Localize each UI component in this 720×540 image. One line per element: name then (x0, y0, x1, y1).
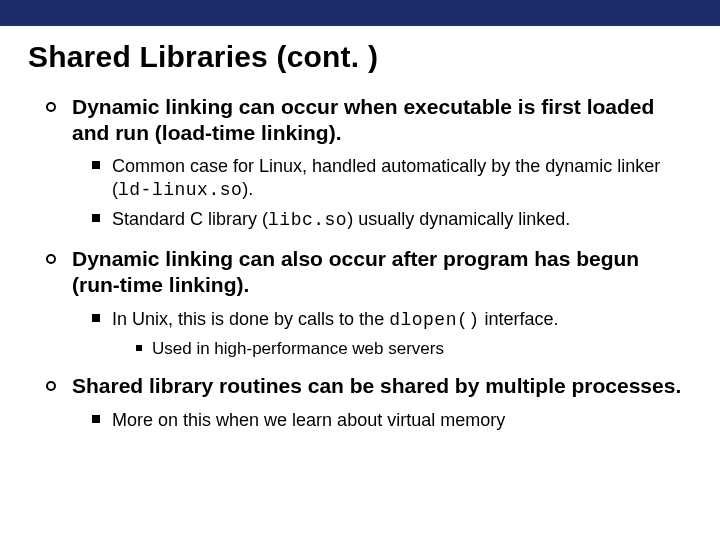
text-fragment: ). (242, 179, 253, 199)
bullet-1-sublist: Common case for Linux, handled automatic… (92, 155, 692, 232)
bullet-3: Shared library routines can be shared by… (46, 373, 692, 432)
bullet-2-sub-1: In Unix, this is done by calls to the dl… (92, 308, 692, 360)
bullet-3-sublist: More on this when we learn about virtual… (92, 409, 692, 432)
text-fragment: Used in high-performance web servers (152, 339, 444, 358)
bullet-2-sub-1-sublist: Used in high-performance web servers (136, 338, 692, 360)
code-libc: libc.so (268, 210, 347, 230)
code-dlopen: dlopen() (389, 310, 479, 330)
bullet-1: Dynamic linking can occur when executabl… (46, 94, 692, 232)
text-fragment: In Unix, this is done by calls to the (112, 309, 389, 329)
bullet-2-sublist: In Unix, this is done by calls to the dl… (92, 308, 692, 360)
bullet-2: Dynamic linking can also occur after pro… (46, 246, 692, 359)
text-fragment: Standard C library ( (112, 209, 268, 229)
slide-title: Shared Libraries (cont. ) (28, 40, 692, 74)
bullet-3-text: Shared library routines can be shared by… (72, 374, 681, 397)
code-ld-linux: ld-linux.so (118, 180, 242, 200)
text-fragment: More on this when we learn about virtual… (112, 410, 505, 430)
bullet-1-sub-1: Common case for Linux, handled automatic… (92, 155, 692, 202)
bullet-list: Dynamic linking can occur when executabl… (46, 94, 692, 432)
bullet-2-text: Dynamic linking can also occur after pro… (72, 247, 639, 296)
bullet-1-sub-2: Standard C library (libc.so) usually dyn… (92, 208, 692, 232)
header-bar (0, 0, 720, 26)
bullet-1-text: Dynamic linking can occur when executabl… (72, 95, 654, 144)
text-fragment: interface. (480, 309, 559, 329)
bullet-2-sub-1-sub-1: Used in high-performance web servers (136, 338, 692, 360)
text-fragment: ) usually dynamically linked. (347, 209, 570, 229)
bullet-3-sub-1: More on this when we learn about virtual… (92, 409, 692, 432)
slide-body: Shared Libraries (cont. ) Dynamic linkin… (0, 40, 720, 432)
